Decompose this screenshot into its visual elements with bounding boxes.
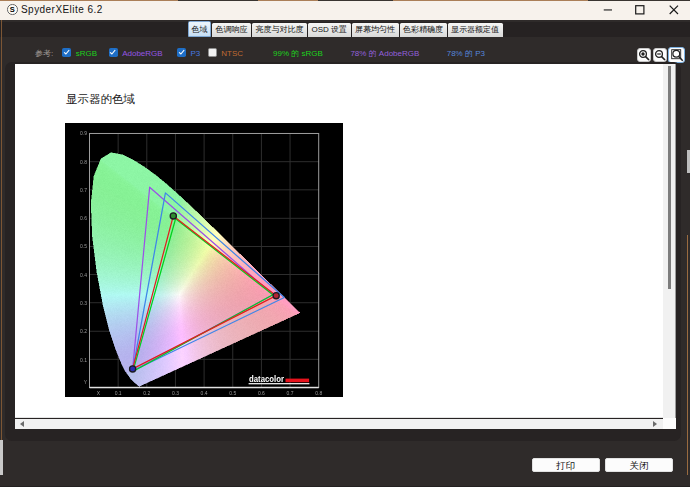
- x-axis-tick-label: 0.1: [115, 390, 122, 396]
- gamut-triangle-AdobeRGB: [132, 187, 272, 371]
- p3-coverage: 78% 的 P3: [447, 43, 485, 64]
- ntsc-label[interactable]: NTSC: [221, 43, 243, 64]
- titlebar: S SpyderXElite 6.2: [0, 0, 690, 20]
- toolbar: 参考: sRGB AdobeRGB P3 NTSC 99% 的 sRGB 78%…: [0, 43, 690, 64]
- window-right-border: [687, 235, 689, 475]
- adobergb-label[interactable]: AdobeRGB: [122, 43, 162, 64]
- tab-strip: 色域 色调响应 亮度与对比度 OSD 设置 屏幕均匀性 色彩精确度 显示器额定值: [188, 20, 504, 37]
- x-axis-tick-label: 0.4: [201, 390, 208, 396]
- srgb-checkbox[interactable]: [62, 48, 71, 57]
- y-axis-tick-label: Y: [84, 379, 88, 385]
- x-axis-tick-label: 0.6: [258, 390, 265, 396]
- y-axis-tick-label: 0.3: [80, 299, 87, 305]
- zoom-in-button[interactable]: [637, 48, 651, 62]
- y-axis-tick-label: 0.5: [80, 243, 87, 249]
- background-window-sliver: [0, 440, 3, 475]
- datacolor-logo-bar: [286, 378, 310, 382]
- page-title: 显示器的色域: [66, 92, 135, 107]
- app-icon: S: [7, 4, 18, 15]
- adobergb-coverage: 78% 的 AdobeRGB: [350, 43, 419, 64]
- zoom-fit-icon: [670, 48, 683, 61]
- reference-label: 参考:: [35, 43, 53, 64]
- print-button[interactable]: 打印: [532, 458, 600, 473]
- check-icon: [109, 49, 117, 56]
- x-axis-tick-label: 0.7: [287, 390, 294, 396]
- gamut-chart: X0.10.20.30.40.50.60.70.8Y0.10.20.30.40.…: [65, 123, 343, 398]
- y-axis-tick-label: 0.6: [80, 215, 87, 221]
- tab-color-gamut[interactable]: 色域: [188, 21, 211, 38]
- close-icon: [669, 5, 679, 15]
- y-axis-tick-label: 0.7: [80, 186, 87, 192]
- tab-tone-response[interactable]: 色调响应: [212, 23, 251, 38]
- vertical-scrollbar[interactable]: [663, 64, 676, 418]
- adobergb-checkbox[interactable]: [109, 48, 118, 57]
- tab-screen-uniformity[interactable]: 屏幕均匀性: [352, 23, 399, 38]
- gamut-triangle-sRGB: [133, 218, 273, 371]
- window-title: SpyderXElite 6.2: [21, 0, 103, 20]
- window-left-border: [1, 20, 3, 440]
- check-icon: [178, 49, 186, 56]
- check-icon: [63, 49, 71, 56]
- vertical-scrollbar-thumb[interactable]: [668, 66, 671, 289]
- zoom-in-icon: [638, 49, 650, 61]
- gamut-overlay: X0.10.20.30.40.50.60.70.8Y0.10.20.30.40.…: [65, 123, 343, 398]
- tab-color-accuracy[interactable]: 色彩精确度: [400, 23, 447, 38]
- tab-osd-settings[interactable]: OSD 设置: [308, 23, 351, 38]
- x-axis-tick-label: X: [97, 390, 101, 396]
- y-axis-tick-label: 0.2: [80, 328, 87, 334]
- display-primary-marker-blue: [130, 365, 136, 371]
- p3-label[interactable]: P3: [191, 43, 201, 64]
- srgb-label[interactable]: sRGB: [76, 43, 97, 64]
- minimize-button[interactable]: [596, 0, 620, 20]
- x-axis-tick-label: 0.8: [315, 390, 322, 396]
- srgb-coverage: 99% 的 sRGB: [273, 43, 323, 64]
- datacolor-logo-text: datacolor: [249, 374, 284, 384]
- gamut-triangle-display: [133, 215, 277, 368]
- tab-brightness-contrast[interactable]: 亮度与对比度: [252, 23, 307, 38]
- x-axis-tick-label: 0.3: [172, 390, 179, 396]
- horizontal-scrollbar[interactable]: [15, 419, 663, 430]
- minimize-icon: [604, 9, 613, 11]
- maximize-icon: [635, 5, 645, 15]
- x-axis-tick-label: 0.5: [229, 390, 236, 396]
- tab-monitor-ratings[interactable]: 显示器额定值: [448, 23, 503, 38]
- window-top-border: [0, 0, 690, 1]
- zoom-out-button[interactable]: [653, 48, 667, 62]
- y-axis-tick-label: 0.8: [80, 158, 87, 164]
- scroll-right-arrow-icon[interactable]: [653, 421, 657, 427]
- zoom-fit-button[interactable]: [668, 47, 685, 64]
- y-axis-tick-label: 0.4: [80, 271, 87, 277]
- datacolor-logo-underline: [249, 383, 310, 384]
- close-button[interactable]: [662, 0, 686, 20]
- maximize-button[interactable]: [628, 0, 652, 20]
- x-axis-tick-label: 0.2: [143, 390, 150, 396]
- scrollbar-corner: [663, 418, 676, 430]
- p3-checkbox[interactable]: [177, 48, 186, 57]
- display-primary-marker-red: [273, 292, 279, 298]
- y-axis-tick-label: 0.1: [80, 356, 87, 362]
- y-axis-tick-label: 0.9: [80, 130, 87, 136]
- close-dialog-button[interactable]: 关闭: [605, 458, 673, 473]
- zoom-out-icon: [654, 49, 666, 61]
- display-primary-marker-green: [170, 212, 176, 218]
- ntsc-checkbox[interactable]: [208, 48, 217, 57]
- scroll-left-arrow-icon[interactable]: [20, 421, 24, 427]
